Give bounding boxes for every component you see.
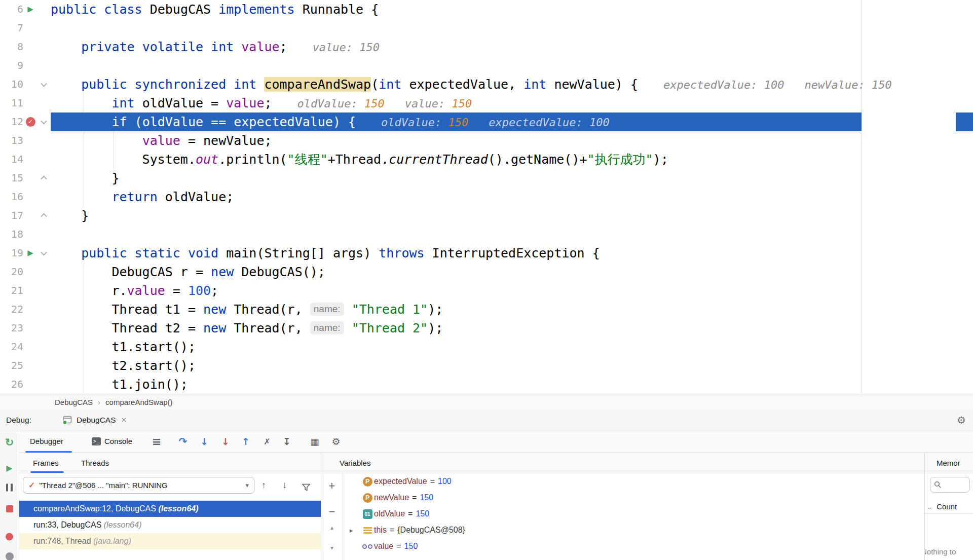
tab-frames[interactable]: Frames [33,453,59,473]
run-to-cursor-icon[interactable]: ↧ [283,436,291,447]
code-line-13[interactable]: 13 value = newValue; [0,131,973,150]
memory-search-input[interactable] [930,477,970,493]
gutter[interactable]: 10 [0,75,51,94]
variable-row[interactable]: ▸this={DebugCAS@508} [344,522,924,538]
memory-count-label[interactable]: Count [937,502,957,511]
gutter[interactable]: 7 [0,19,51,38]
code-line-9[interactable]: 9 [0,56,973,75]
memory-resize-dots[interactable]: .. [928,503,931,510]
code-line-15[interactable]: 15 } [0,169,973,188]
step-into-icon[interactable]: ↓ [200,436,208,447]
code-line-24[interactable]: 24 t1.start(); [0,338,973,356]
close-icon[interactable]: × [122,415,127,425]
fold-up-icon[interactable] [41,176,47,182]
code-text[interactable]: if (oldValue == expectedValue) {oldValue… [51,113,973,131]
gutter[interactable]: 9 [0,56,51,75]
code-text[interactable]: t1.start(); [51,338,973,356]
code-line-16[interactable]: 16 return oldValue; [0,188,973,206]
gutter[interactable]: 23 [0,319,51,338]
code-text[interactable]: DebugCAS r = new DebugCAS(); [51,263,973,281]
variable-row[interactable]: PnewValue=150 [344,490,924,506]
previous-frame-arrow-icon[interactable]: ↑ [261,477,266,494]
gutter[interactable]: 16 [0,188,51,206]
gutter[interactable]: 13 [0,131,51,150]
gutter[interactable]: 8 [0,38,51,56]
frame-row[interactable]: compareAndSwap:12, DebugCAS (lesson64) [19,501,321,517]
step-out-icon[interactable]: ↑ [242,436,250,447]
code-line-19[interactable]: 19▶ public static void main(String[] arg… [0,244,973,263]
remove-watch-icon[interactable]: − [321,505,343,518]
code-line-12[interactable]: 12✓ if (oldValue == expectedValue) {oldV… [0,113,973,131]
frame-row[interactable]: run:748, Thread (java.lang) [19,533,321,549]
tab-threads[interactable]: Threads [81,453,109,473]
code-text[interactable]: System.out.println("线程"+Thread.currentTh… [51,150,973,169]
code-line-26[interactable]: 26 t1.join(); [0,375,973,394]
code-text[interactable]: public class DebugCAS implements Runnabl… [51,0,973,19]
gutter[interactable]: 18 [0,225,51,244]
gutter[interactable]: 26 [0,375,51,394]
code-line-17[interactable]: 17 } [0,206,973,225]
resume-icon[interactable]: ▶ [0,463,19,473]
scroll-up-icon[interactable]: ▴ [321,524,343,531]
settings-icon[interactable]: ⚙ [331,436,340,447]
code-text[interactable]: t2.start(); [51,356,973,375]
code-line-11[interactable]: 11 int oldValue = value;oldValue: 150val… [0,94,973,113]
fold-down-icon[interactable] [41,249,47,256]
gutter[interactable]: 6▶ [0,0,51,19]
gutter[interactable]: 19▶ [0,244,51,263]
run-icon[interactable]: ▶ [27,244,33,263]
fold-up-icon[interactable] [41,213,47,220]
code-text[interactable] [51,19,973,38]
next-frame-arrow-icon[interactable]: ↓ [282,477,287,494]
code-line-23[interactable]: 23 Thread t2 = new Thread(r, name: "Thre… [0,319,973,338]
variable-row[interactable]: 01oldValue=150 [344,506,924,522]
grid-icon[interactable]: ▦ [310,436,319,447]
menu-icon[interactable]: ≡ [152,435,161,448]
code-line-20[interactable]: 20 DebugCAS r = new DebugCAS(); [0,263,973,281]
code-line-14[interactable]: 14 System.out.println("线程"+Thread.curren… [0,150,973,169]
stop-icon[interactable] [0,505,19,512]
code-line-22[interactable]: 22 Thread t1 = new Thread(r, name: "Thre… [0,300,973,319]
expand-arrow-icon[interactable]: ▸ [350,527,361,534]
code-text[interactable]: } [51,169,973,188]
code-line-21[interactable]: 21 r.value = 100; [0,281,973,300]
code-line-18[interactable]: 18 [0,225,973,244]
gutter[interactable]: 21 [0,281,51,300]
frame-row[interactable]: run:33, DebugCAS (lesson64) [19,517,321,533]
debug-session-tab[interactable]: DebugCAS × [62,415,126,425]
filter-funnel-icon[interactable] [302,480,310,497]
code-line-6[interactable]: 6▶public class DebugCAS implements Runna… [0,0,973,19]
tab-debugger[interactable]: Debugger [30,430,63,453]
scroll-down-icon[interactable]: ▾ [321,544,343,551]
fold-down-icon[interactable] [41,81,47,87]
code-text[interactable]: private volatile int value;value: 150 [51,38,973,56]
gutter[interactable]: 25 [0,356,51,375]
code-line-10[interactable]: 10 public synchronized int compareAndSwa… [0,75,973,94]
breakpoint-verified-icon[interactable]: ✓ [26,117,35,127]
code-text[interactable]: r.value = 100; [51,281,973,300]
code-line-25[interactable]: 25 t2.start(); [0,356,973,375]
view-breakpoints-icon[interactable] [0,533,19,541]
code-line-8[interactable]: 8 private volatile int value;value: 150 [0,38,973,56]
code-text[interactable] [51,225,973,244]
gutter[interactable]: 12✓ [0,113,51,131]
code-editor[interactable]: 6▶public class DebugCAS implements Runna… [0,0,973,394]
drop-frame-icon[interactable]: ✗ [264,437,270,446]
variable-row[interactable]: PexpectedValue=100 [344,473,924,490]
gutter[interactable]: 11 [0,94,51,113]
variable-row[interactable]: value=150 [344,538,924,554]
add-watch-icon[interactable]: + [321,479,343,493]
code-text[interactable]: return oldValue; [51,188,973,206]
rerun-icon[interactable]: ↻ [0,436,19,449]
pause-icon[interactable] [0,484,19,492]
gear-icon[interactable]: ⚙ [957,414,966,426]
gutter[interactable]: 20 [0,263,51,281]
breadcrumb-method[interactable]: compareAndSwap() [105,398,173,406]
code-text[interactable]: int oldValue = value;oldValue: 150value:… [51,94,973,113]
gutter[interactable]: 24 [0,338,51,356]
code-text[interactable]: value = newValue; [51,131,973,150]
thread-selector-dropdown[interactable]: ✓ "Thread 2"@506 ... "main": RUNNING ▾ [23,477,254,494]
code-text[interactable]: public static void main(String[] args) t… [51,244,973,263]
code-text[interactable]: Thread t2 = new Thread(r, name: "Thread … [51,319,973,338]
code-text[interactable]: } [51,206,973,225]
